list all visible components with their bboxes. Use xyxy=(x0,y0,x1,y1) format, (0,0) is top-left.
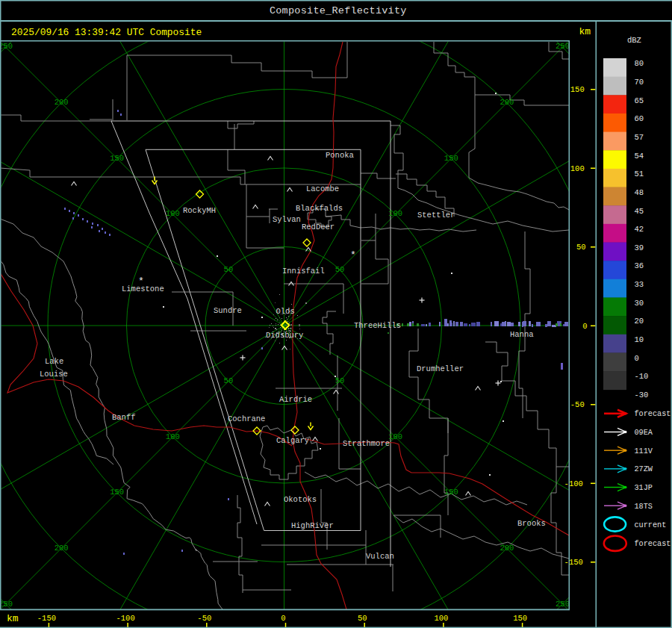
svg-text:250: 250 xyxy=(0,42,13,51)
svg-text:dBZ: dBZ xyxy=(627,36,641,45)
svg-text:18TS: 18TS xyxy=(635,503,653,511)
svg-text:48: 48 xyxy=(635,188,644,197)
svg-text:Strathmore: Strathmore xyxy=(343,439,390,448)
svg-text:0: 0 xyxy=(281,614,285,623)
svg-text:0: 0 xyxy=(582,322,587,331)
svg-text:250: 250 xyxy=(0,600,13,609)
svg-text:Louise: Louise xyxy=(40,370,68,379)
svg-text:km: km xyxy=(579,26,591,37)
svg-text:150: 150 xyxy=(444,488,458,497)
svg-text:50: 50 xyxy=(358,614,367,623)
svg-text:60: 60 xyxy=(635,114,644,123)
svg-text:42: 42 xyxy=(635,225,644,234)
svg-text:RedDeer: RedDeer xyxy=(302,223,335,231)
svg-text:0: 0 xyxy=(635,354,639,363)
svg-text:200: 200 xyxy=(500,98,514,107)
svg-text:-150: -150 xyxy=(37,614,56,623)
svg-text:*: * xyxy=(350,249,356,261)
svg-text:100: 100 xyxy=(434,614,448,623)
svg-text:57: 57 xyxy=(635,133,644,142)
svg-text:Banff: Banff xyxy=(112,413,136,422)
svg-text:100: 100 xyxy=(388,209,402,218)
svg-text:ThreeHills: ThreeHills xyxy=(354,321,401,330)
svg-text:current: current xyxy=(635,521,667,529)
svg-text:Vulcan: Vulcan xyxy=(366,552,394,561)
svg-text:150: 150 xyxy=(570,85,585,94)
svg-text:150: 150 xyxy=(110,488,124,497)
svg-text:20: 20 xyxy=(635,317,644,326)
svg-text:50: 50 xyxy=(335,265,345,274)
svg-text:Okotoks: Okotoks xyxy=(284,495,317,504)
svg-text:111V: 111V xyxy=(635,447,653,456)
svg-text:65: 65 xyxy=(635,96,644,105)
svg-text:30: 30 xyxy=(635,299,644,308)
svg-text:-150: -150 xyxy=(564,558,583,567)
svg-text:Limestone: Limestone xyxy=(122,285,164,293)
svg-text:Brooks: Brooks xyxy=(517,519,546,528)
svg-text:Blackfalds: Blackfalds xyxy=(296,204,343,213)
svg-text:250: 250 xyxy=(556,42,570,51)
svg-text:200: 200 xyxy=(500,544,514,553)
svg-text:70: 70 xyxy=(635,78,644,87)
svg-text:-100: -100 xyxy=(116,614,134,623)
svg-text:Sundre: Sundre xyxy=(214,306,242,315)
svg-text:Innisfail: Innisfail xyxy=(282,267,325,276)
svg-text:Drumheller: Drumheller xyxy=(417,364,464,373)
svg-text:RockyMH: RockyMH xyxy=(183,206,216,215)
svg-text:50: 50 xyxy=(335,376,345,385)
svg-text:31JP: 31JP xyxy=(635,484,653,492)
svg-text:250: 250 xyxy=(556,600,570,609)
svg-text:2025/09/16 13:39:42 UTC Compos: 2025/09/16 13:39:42 UTC Composite xyxy=(11,27,202,38)
svg-text:50: 50 xyxy=(224,376,234,385)
svg-text:Stettler: Stettler xyxy=(417,211,455,220)
svg-text:150: 150 xyxy=(513,614,527,623)
svg-text:45: 45 xyxy=(635,207,644,216)
svg-text:Sylvan: Sylvan xyxy=(273,215,301,224)
svg-text:100: 100 xyxy=(570,164,585,173)
svg-text:Ponoka: Ponoka xyxy=(326,151,354,160)
svg-text:km: km xyxy=(7,613,19,624)
svg-text:50: 50 xyxy=(576,243,586,252)
svg-text:200: 200 xyxy=(55,98,69,107)
svg-text:-100: -100 xyxy=(564,479,583,488)
svg-text:39: 39 xyxy=(635,243,644,252)
svg-text:50: 50 xyxy=(224,265,234,274)
svg-text:51: 51 xyxy=(635,170,644,178)
svg-text:Olds: Olds xyxy=(276,307,295,316)
svg-text:Lake: Lake xyxy=(45,357,63,366)
svg-text:Didsbury: Didsbury xyxy=(266,331,303,340)
svg-text:Airdrie: Airdrie xyxy=(279,395,312,404)
svg-text:100: 100 xyxy=(388,432,402,441)
svg-text:Cochrane: Cochrane xyxy=(228,414,265,423)
svg-text:Hanna: Hanna xyxy=(510,330,534,339)
svg-text:27ZW: 27ZW xyxy=(635,465,653,473)
svg-text:-30: -30 xyxy=(635,391,649,400)
svg-text:forecast: forecast xyxy=(635,540,671,548)
svg-text:100: 100 xyxy=(166,432,180,441)
svg-text:10: 10 xyxy=(635,335,644,344)
svg-text:-50: -50 xyxy=(570,400,585,409)
svg-text:-50: -50 xyxy=(197,614,211,623)
svg-text:100: 100 xyxy=(166,209,180,218)
svg-text:-10: -10 xyxy=(635,372,649,381)
svg-text:Lacombe: Lacombe xyxy=(306,184,339,193)
svg-text:Calgary: Calgary xyxy=(276,436,309,445)
svg-text:36: 36 xyxy=(635,261,644,270)
svg-text:forecast: forecast xyxy=(635,410,671,418)
svg-text:Composite_Reflectivity: Composite_Reflectivity xyxy=(270,5,407,16)
svg-text:80: 80 xyxy=(635,59,644,68)
svg-text:200: 200 xyxy=(55,544,69,553)
svg-text:150: 150 xyxy=(444,154,458,163)
svg-text:54: 54 xyxy=(635,152,644,161)
svg-text:HighRiver: HighRiver xyxy=(291,521,334,530)
svg-text:09EA: 09EA xyxy=(635,429,653,437)
svg-text:150: 150 xyxy=(110,154,124,163)
svg-text:33: 33 xyxy=(635,280,644,289)
